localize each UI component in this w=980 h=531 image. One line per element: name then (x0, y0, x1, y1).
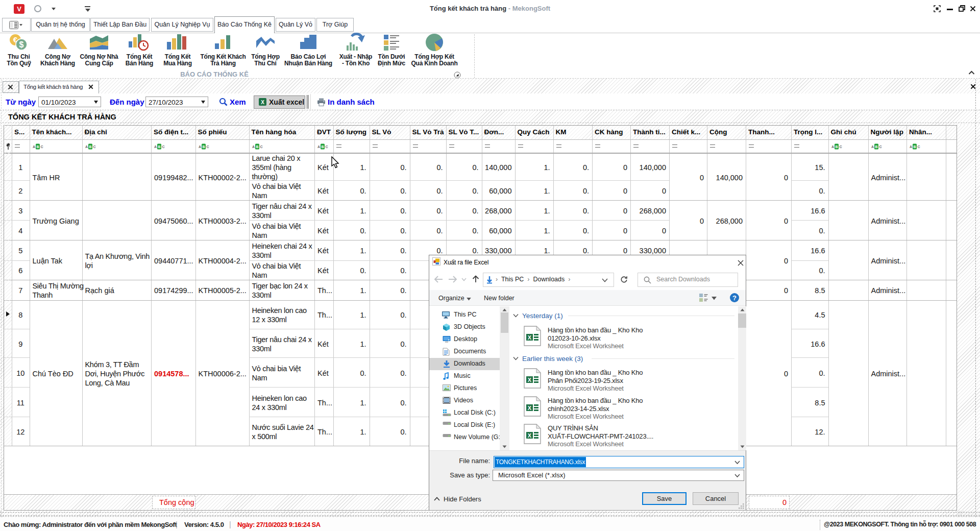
svg-text:$: $ (19, 40, 24, 49)
svg-text:X: X (528, 432, 532, 439)
svg-text:X: X (528, 405, 532, 411)
svg-text:X: X (528, 377, 532, 383)
svg-text:X: X (261, 100, 264, 105)
svg-text:X: X (528, 334, 532, 341)
svg-text:?: ? (732, 294, 737, 302)
